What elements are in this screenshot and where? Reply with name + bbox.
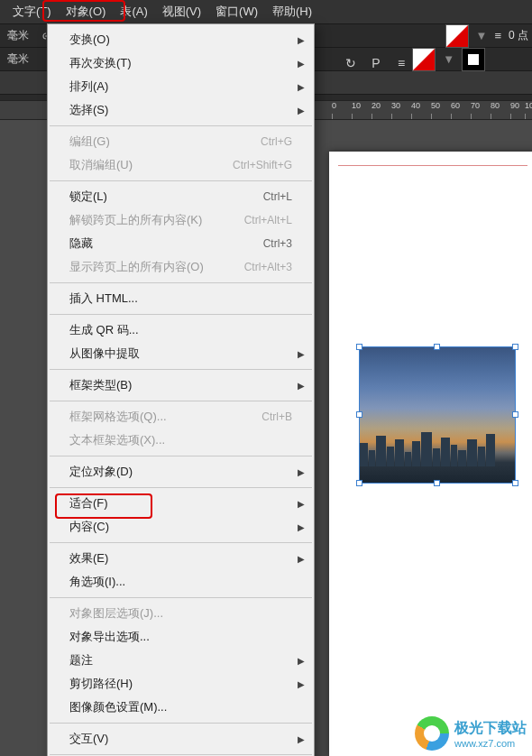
menu-separator [50,723,312,724]
resize-handle-ml[interactable] [356,411,362,418]
menu-object[interactable]: 对象(O) [59,1,114,23]
submenu-arrow-icon: ▶ [298,499,305,509]
menu-item-label: 定位对象(D) [69,464,292,480]
menu-item[interactable]: 效果(E)▶ [48,547,314,570]
watermark-logo-icon [415,716,449,751]
menu-item-shortcut: Ctrl+Alt+3 [244,261,292,273]
menu-item-label: 再次变换(T) [69,55,292,71]
swap-swatch[interactable] [462,48,485,71]
menu-separator [50,754,312,755]
menu-item-label: 图像颜色设置(M)... [69,699,292,715]
watermark-name: 极光下载站 [454,719,527,738]
menu-item[interactable]: 锁定(L)Ctrl+L [48,185,314,208]
menu-item-label: 框架类型(B) [69,377,292,393]
menu-item[interactable]: 再次变换(T)▶ [48,51,314,75]
menu-view[interactable]: 视图(V) [155,1,208,23]
menu-item[interactable]: 图像颜色设置(M)... [48,696,314,719]
menu-item[interactable]: 适合(F)▶ [48,492,314,515]
menu-item[interactable]: 定位对象(D)▶ [48,460,314,484]
resize-handle-bm[interactable] [434,480,440,486]
menu-item[interactable]: 选择(S)▶ [48,98,314,122]
watermark: 极光下载站 www.xz7.com [415,716,527,751]
submenu-arrow-icon: ▶ [298,554,305,564]
menu-separator [50,597,312,598]
menu-item-shortcut: Ctrl+B [261,410,292,423]
submenu-arrow-icon: ▶ [298,381,305,391]
resize-handle-tl[interactable] [356,344,362,350]
menu-table[interactable]: 表(A) [113,1,154,23]
resize-handle-br[interactable] [512,480,518,486]
menu-item-label: 显示跨页上的所有内容(O) [69,259,244,275]
menu-item-label: 生成 QR 码... [69,322,292,338]
menu-help[interactable]: 帮助(H) [265,1,319,23]
stroke-none-swatch[interactable] [445,24,469,48]
menu-item-shortcut: Ctrl+3 [263,237,292,250]
submenu-arrow-icon: ▶ [298,522,305,532]
menu-item[interactable]: 题注▶ [48,649,314,672]
image-content [360,430,515,466]
resize-handle-mr[interactable] [512,411,518,418]
menu-window[interactable]: 窗口(W) [208,1,265,23]
rotate-icon[interactable]: ↻ [343,55,359,71]
menu-separator [50,456,312,456]
menu-item-label: 剪切路径(H) [69,676,292,692]
menu-item-label: 锁定(L) [69,189,263,205]
menu-item[interactable]: 生成 QR 码... [48,318,314,342]
menu-item[interactable]: 角选项(I)... [48,570,314,594]
submenu-arrow-icon: ▶ [298,349,305,359]
watermark-url: www.xz7.com [454,738,527,749]
para-icon[interactable]: P [368,55,384,71]
menu-item-label: 插入 HTML... [69,290,292,307]
menu-separator [50,487,312,488]
menu-item-label: 文本框架选项(X)... [69,432,292,448]
weight-icon: ≡ [494,29,501,42]
menu-separator [50,180,312,181]
menu-text[interactable]: 文字(T) [5,1,59,23]
menu-item-label: 效果(E) [69,550,292,567]
menu-item-label: 从图像中提取 [69,346,292,362]
menu-item[interactable]: 变换(O)▶ [48,28,314,51]
menu-item-label: 角选项(I)... [69,574,292,590]
menu-item[interactable]: 插入 HTML... [48,287,314,310]
fill-none-swatch[interactable] [412,48,436,71]
resize-handle-tm[interactable] [434,344,440,350]
menu-item-label: 对象图层选项(J)... [69,605,292,622]
menu-item-label: 框架网格选项(Q)... [69,409,261,425]
object-menu-dropdown: 变换(O)▶再次变换(T)▶排列(A)▶选择(S)▶编组(G)Ctrl+G取消编… [47,23,315,756]
menu-item-shortcut: Ctrl+G [261,135,292,148]
submenu-arrow-icon: ▶ [298,467,305,477]
resize-handle-bl[interactable] [356,480,362,486]
menu-item-shortcut: Ctrl+Shift+G [233,159,292,171]
menu-item[interactable]: 交互(V)▶ [48,727,314,751]
submenu-arrow-icon: ▶ [298,106,305,115]
stroke-weight[interactable]: 0 点 [509,28,528,43]
menu-separator [50,125,312,126]
submenu-arrow-icon: ▶ [298,35,305,45]
menu-item: 取消编组(U)Ctrl+Shift+G [48,153,314,177]
menu-separator [50,542,312,543]
menu-item[interactable]: 剪切路径(H)▶ [48,672,314,696]
menu-item[interactable]: 隐藏Ctrl+3 [48,232,314,255]
menu-item[interactable]: 排列(A)▶ [48,75,314,98]
menu-item-shortcut: Ctrl+Alt+L [244,214,292,226]
menu-item[interactable]: 对象导出选项... [48,625,314,649]
menu-item[interactable]: 从图像中提取▶ [48,342,314,365]
align-icon[interactable]: ≡ [393,55,409,71]
menu-item-label: 适合(F) [69,495,292,512]
resize-handle-tr[interactable] [512,344,518,350]
menu-item-shortcut: Ctrl+L [263,190,292,203]
menu-item-label: 隐藏 [69,235,263,252]
submenu-arrow-icon: ▶ [298,679,305,689]
menu-item: 编组(G)Ctrl+G [48,130,314,153]
menu-item-label: 变换(O) [69,32,292,48]
menu-item: 解锁跨页上的所有内容(K)Ctrl+Alt+L [48,208,314,232]
menu-item[interactable]: 框架类型(B)▶ [48,373,314,397]
selected-image-frame[interactable] [359,346,516,484]
menu-item: 显示跨页上的所有内容(O)Ctrl+Alt+3 [48,255,314,279]
menu-item-label: 交互(V) [69,731,292,747]
menu-item[interactable]: 内容(C)▶ [48,515,314,539]
menu-separator [50,314,312,315]
menu-item-label: 编组(G) [69,134,261,150]
menu-item-label: 取消编组(U) [69,157,233,173]
menu-separator [50,282,312,283]
